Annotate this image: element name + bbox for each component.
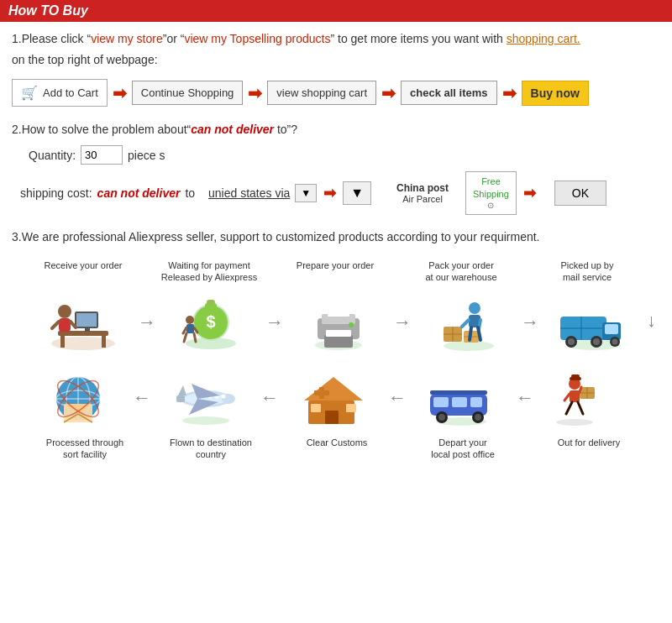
section1-line2: on the top right of webpage: bbox=[12, 51, 660, 69]
china-post-sub: Air Parcel bbox=[402, 194, 443, 204]
svg-line-40 bbox=[470, 327, 471, 340]
svg-line-9 bbox=[52, 322, 59, 328]
page-header: How TO Buy bbox=[0, 0, 672, 22]
method-dropdown[interactable]: ▼ bbox=[343, 181, 371, 205]
svg-marker-88 bbox=[178, 385, 186, 395]
flight-icon bbox=[164, 364, 248, 432]
section1-text-end: ” to get more items you want with bbox=[330, 32, 502, 45]
proc-delivery bbox=[534, 364, 643, 432]
svg-rect-6 bbox=[85, 328, 90, 332]
svg-point-17 bbox=[186, 316, 194, 324]
view-cart-label: view shopping cart bbox=[276, 86, 367, 99]
arrow-4: ➡ bbox=[502, 83, 517, 103]
destination-label: unied states via bbox=[208, 186, 290, 200]
continue-shopping-btn[interactable]: Continue Shopping bbox=[132, 81, 244, 105]
arrow-top-1: → bbox=[138, 312, 156, 333]
svg-rect-69 bbox=[452, 397, 467, 407]
label-customs: Clear Customs bbox=[282, 437, 391, 448]
arrow-top-2: → bbox=[265, 312, 284, 333]
check-items-label: check all items bbox=[410, 86, 488, 99]
label-depart: Depart yourlocal post office bbox=[408, 437, 517, 461]
svg-rect-27 bbox=[326, 330, 351, 337]
cart-step-4: check all items bbox=[401, 81, 497, 105]
svg-rect-45 bbox=[605, 324, 618, 334]
proc-prepare bbox=[284, 289, 393, 356]
svg-rect-16 bbox=[207, 300, 215, 305]
svg-line-38 bbox=[462, 320, 469, 327]
proc-pickup bbox=[539, 289, 648, 356]
cannot-deliver-label: can not deliver bbox=[191, 123, 274, 136]
printer-svg bbox=[301, 293, 376, 352]
label-flight: Flown to destinationcountry bbox=[156, 437, 265, 461]
bottom-labels: Out for delivery Depart yourlocal post o… bbox=[29, 437, 643, 461]
quantity-input[interactable] bbox=[81, 145, 123, 165]
view-topselling-link[interactable]: view my Topselling products bbox=[184, 32, 330, 45]
section2-title: 2.How to solve the problem about“can not… bbox=[12, 120, 660, 139]
section-1: 1.Please click “view my store”or “view m… bbox=[12, 30, 660, 69]
arrow-bot-2: ← bbox=[388, 387, 407, 409]
proc-flight bbox=[151, 364, 260, 432]
svg-point-49 bbox=[593, 338, 600, 345]
proc-receive bbox=[29, 289, 138, 356]
svg-rect-78 bbox=[325, 411, 339, 424]
svg-point-72 bbox=[438, 414, 445, 421]
sort-icon bbox=[36, 364, 120, 432]
arrow-top-4: → bbox=[521, 312, 539, 333]
free-shipping-box: Free Shipping ⊙ bbox=[465, 171, 517, 215]
svg-line-20 bbox=[194, 333, 196, 342]
top-labels: Receive your order Waiting for paymentRe… bbox=[29, 259, 643, 284]
svg-rect-26 bbox=[324, 335, 353, 348]
section3-text: 3.We are professional Aliexpress seller,… bbox=[12, 228, 660, 246]
proc-payment: $ bbox=[156, 289, 265, 356]
label-delivery: Out for delivery bbox=[534, 437, 643, 448]
svg-rect-8 bbox=[59, 318, 71, 332]
svg-line-63 bbox=[566, 402, 572, 414]
buy-now-btn[interactable]: Buy now bbox=[522, 81, 589, 106]
van-svg bbox=[423, 369, 499, 427]
svg-rect-82 bbox=[314, 390, 329, 395]
section2-title-start: 2.How to solve the problem about“ bbox=[12, 123, 191, 136]
depart-icon bbox=[419, 364, 503, 432]
free-shipping-line1: Free bbox=[473, 175, 509, 187]
ok-button[interactable]: OK bbox=[554, 181, 606, 206]
process-section: Receive your order Waiting for paymentRe… bbox=[12, 259, 660, 460]
arrow-3: ➡ bbox=[381, 83, 396, 103]
piece-label: piece s bbox=[128, 149, 165, 162]
svg-point-47 bbox=[568, 338, 575, 345]
svg-marker-77 bbox=[304, 377, 363, 400]
payment-icon: $ bbox=[169, 289, 253, 356]
proc-customs bbox=[279, 364, 388, 432]
arrow-1: ➡ bbox=[113, 83, 127, 103]
down-connector-arrow: ↓ bbox=[647, 310, 656, 332]
to-label: to bbox=[185, 186, 195, 200]
label-pack: Pack your orderat our warehouse bbox=[407, 259, 516, 284]
check-items-btn[interactable]: check all items bbox=[401, 81, 497, 105]
label-waiting: Waiting for paymentReleased by Aliexpres… bbox=[155, 259, 264, 284]
shopping-cart-link[interactable]: shopping cart. bbox=[507, 32, 580, 45]
svg-rect-18 bbox=[186, 324, 194, 333]
view-cart-btn[interactable]: view shopping cart bbox=[267, 81, 376, 105]
proc-sort bbox=[24, 364, 133, 432]
svg-point-83 bbox=[182, 416, 229, 425]
arrow-bot-1: ← bbox=[516, 387, 534, 409]
cart-step-1: 🛒 Add to Cart bbox=[12, 79, 108, 107]
quantity-label: Quantity: bbox=[29, 149, 76, 162]
svg-point-74 bbox=[475, 414, 481, 421]
destination-dropdown[interactable]: ▼ bbox=[295, 184, 317, 202]
svg-rect-57 bbox=[570, 390, 580, 402]
svg-line-62 bbox=[580, 387, 581, 392]
sort-svg bbox=[40, 369, 116, 427]
view-store-link[interactable]: view my store bbox=[91, 32, 163, 45]
section1-text-start: 1.Please click “ bbox=[12, 32, 91, 45]
svg-rect-56 bbox=[571, 374, 580, 378]
svg-rect-3 bbox=[102, 336, 106, 348]
label-receive: Receive your order bbox=[29, 259, 138, 271]
cart-flow: 🛒 Add to Cart ➡ Continue Shopping ➡ view… bbox=[12, 79, 660, 107]
china-post-title: China post bbox=[396, 182, 449, 194]
add-to-cart-btn[interactable]: 🛒 Add to Cart bbox=[12, 79, 108, 107]
delivery-icon bbox=[547, 364, 631, 432]
svg-rect-2 bbox=[60, 336, 65, 348]
continue-shopping-label: Continue Shopping bbox=[141, 86, 234, 99]
shipping-arrow-1: ➡ bbox=[323, 184, 336, 202]
shipping-row: shipping cost:can not deliver to unied s… bbox=[20, 181, 371, 205]
